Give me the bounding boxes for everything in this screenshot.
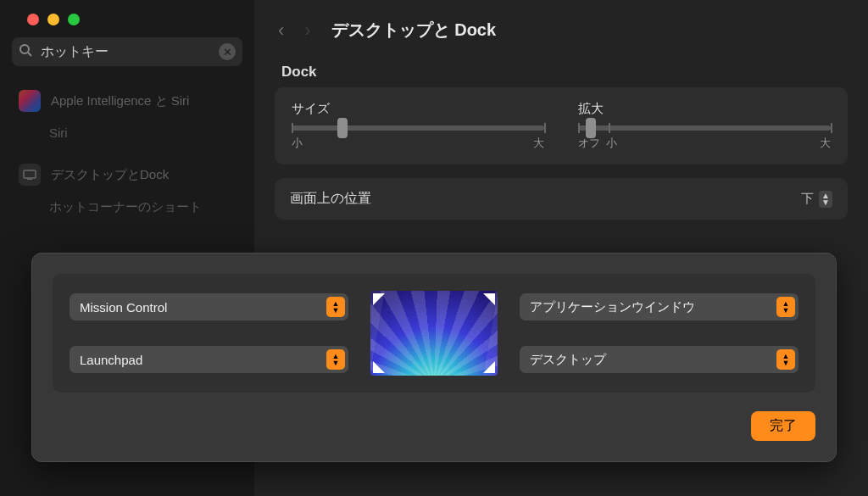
search-input[interactable] [12,37,242,66]
chevron-updown-icon: ▲▼ [776,349,795,370]
chevron-updown-icon: ▲▼ [776,297,795,317]
sidebar-item-label: Apple Intelligence と Siri [51,93,189,109]
hotcorner-bottom-right-select[interactable]: デスクトップ ▲▼ [520,346,798,373]
dock-size-slider[interactable]: サイズ 小 大 [292,101,544,151]
svg-point-0 [20,45,29,53]
corner-marker-bl [373,361,385,373]
page-title: デスクトップと Dock [331,19,496,42]
corner-marker-tr [483,293,495,305]
hotcorner-top-left-select[interactable]: Mission Control ▲▼ [70,293,348,320]
desktop-icon [19,164,41,186]
clear-search-button[interactable]: ✕ [219,43,236,60]
svg-marker-4 [373,293,385,305]
stepper-icon: ▲▼ [819,191,832,208]
svg-rect-2 [24,170,36,178]
chevron-updown-icon: ▲▼ [326,349,345,370]
hotcorners-preview [370,291,498,376]
sidebar-item-label: デスクトップとDock [51,167,169,183]
svg-marker-7 [483,361,495,373]
window-minimize-button[interactable] [47,14,59,25]
hotcorners-sheet-overlay: Mission Control ▲▼ アプリケーションウインドウ ▲▼ Laun… [0,253,868,496]
svg-marker-6 [373,361,385,373]
hotcorner-bottom-left-select[interactable]: Launchpad ▲▼ [70,346,348,373]
hotcorners-sheet: Mission Control ▲▼ アプリケーションウインドウ ▲▼ Laun… [31,253,837,462]
window-close-button[interactable] [27,14,39,25]
dock-magnification-slider[interactable]: 拡大 オフ 小 大 [578,101,831,151]
sidebar-subitem-siri[interactable]: Siri [12,120,242,155]
sidebar-subitem-hotcorners[interactable]: ホットコーナーのショート [12,194,242,231]
dock-position-row[interactable]: 画面上の位置 下 ▲▼ [275,178,848,220]
corner-marker-tl [373,293,385,305]
dock-magnification-thumb[interactable] [586,118,596,138]
nav-forward-button: › [304,20,310,42]
sidebar-item-apple-intelligence[interactable]: Apple Intelligence と Siri [12,81,242,120]
nav-back-button[interactable]: ‹ [278,20,284,42]
window-zoom-button[interactable] [68,14,80,25]
svg-marker-5 [483,293,495,305]
corner-marker-br [483,361,495,373]
dock-size-thumb[interactable] [337,118,348,138]
sidebar-item-desktop-dock[interactable]: デスクトップとDock [12,155,242,194]
search-icon [19,43,32,60]
chevron-updown-icon: ▲▼ [326,297,345,317]
hotcorner-top-right-select[interactable]: アプリケーションウインドウ ▲▼ [520,293,798,320]
dock-sliders-card: サイズ 小 大 拡大 [275,87,848,164]
siri-icon [19,90,41,112]
dock-section-label: Dock [281,64,841,81]
svg-line-1 [28,53,31,56]
done-button[interactable]: 完了 [751,411,815,441]
